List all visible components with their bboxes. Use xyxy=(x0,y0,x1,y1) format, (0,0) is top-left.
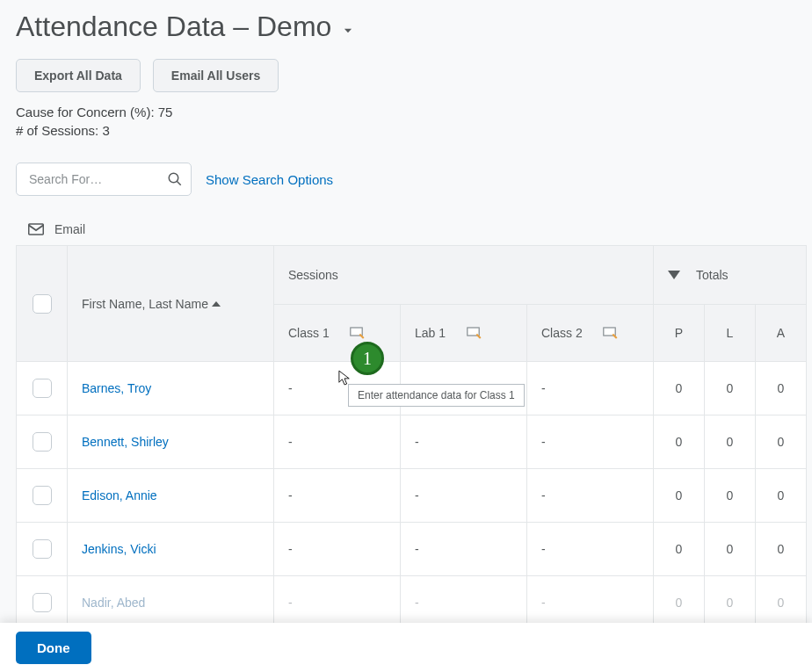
email-label: Email xyxy=(54,222,85,236)
session-cell: - xyxy=(415,488,419,502)
total-cell: 0 xyxy=(676,596,683,610)
attendance-table: First Name, Last Name Sessions Totals Cl… xyxy=(16,245,807,630)
total-cell: 0 xyxy=(676,435,683,449)
search-input[interactable] xyxy=(16,163,192,196)
totals-column-header: A xyxy=(756,305,807,362)
user-name-link[interactable]: Edison, Annie xyxy=(82,488,157,502)
session-column-header[interactable]: Lab 1 xyxy=(401,305,527,362)
total-cell: 0 xyxy=(727,381,734,395)
table-row: Bennett, Shirley---000 xyxy=(17,415,807,469)
session-col-label: Lab 1 xyxy=(415,326,446,340)
session-cell: - xyxy=(415,542,419,556)
total-cell: 0 xyxy=(778,435,785,449)
total-cell: 0 xyxy=(727,596,734,610)
session-col-label: Class 2 xyxy=(541,326,583,340)
total-cell: 0 xyxy=(778,596,785,610)
session-cell: - xyxy=(288,435,293,449)
session-cell: - xyxy=(541,596,546,610)
session-cell: - xyxy=(541,381,546,395)
session-cell: - xyxy=(288,542,293,556)
row-checkbox[interactable] xyxy=(33,379,52,398)
sessions-count-label: # of Sessions: 3 xyxy=(16,123,796,138)
enter-data-icon[interactable] xyxy=(350,327,366,339)
name-header-label: First Name, Last Name xyxy=(82,297,208,311)
select-all-checkbox[interactable] xyxy=(33,294,52,314)
table-row: Jenkins, Vicki---000 xyxy=(17,523,807,576)
row-checkbox[interactable] xyxy=(33,432,52,452)
session-cell: - xyxy=(288,596,293,610)
session-column-header[interactable]: Class 2 xyxy=(527,305,654,362)
total-cell: 0 xyxy=(778,381,785,395)
total-cell: 0 xyxy=(676,381,683,395)
table-row: Nadir, Abed---000 xyxy=(17,576,807,630)
session-col-label: Class 1 xyxy=(288,326,330,340)
total-cell: 0 xyxy=(727,488,734,502)
user-name-link[interactable]: Nadir, Abed xyxy=(82,596,145,610)
row-checkbox[interactable] xyxy=(33,593,52,612)
table-row: Edison, Annie---000 xyxy=(17,469,807,523)
total-cell: 0 xyxy=(778,488,785,502)
row-checkbox[interactable] xyxy=(33,486,52,505)
session-cell: - xyxy=(415,596,419,610)
email-icon xyxy=(28,223,44,235)
user-name-link[interactable]: Barnes, Troy xyxy=(82,381,151,395)
export-all-button[interactable]: Export All Data xyxy=(16,59,141,92)
sessions-group-header: Sessions xyxy=(274,246,654,305)
total-cell: 0 xyxy=(727,542,734,556)
user-name-link[interactable]: Jenkins, Vicki xyxy=(82,542,156,556)
user-name-link[interactable]: Bennett, Shirley xyxy=(82,435,169,449)
email-all-button[interactable]: Email All Users xyxy=(153,59,279,92)
sort-desc-icon xyxy=(668,271,680,279)
show-search-options-link[interactable]: Show Search Options xyxy=(206,172,333,187)
session-cell: - xyxy=(541,435,546,449)
done-button[interactable]: Done xyxy=(16,632,91,664)
cause-for-concern-label: Cause for Concern (%): 75 xyxy=(16,105,796,119)
session-cell: - xyxy=(415,435,419,449)
row-checkbox[interactable] xyxy=(33,539,52,559)
session-cell: - xyxy=(541,542,546,556)
totals-column-header: L xyxy=(705,305,756,362)
totals-column-header: P xyxy=(654,305,705,362)
chevron-down-icon[interactable] xyxy=(342,25,354,37)
session-cell: - xyxy=(288,488,293,502)
total-cell: 0 xyxy=(778,542,785,556)
tooltip: Enter attendance data for Class 1 xyxy=(348,384,525,407)
session-cell: - xyxy=(288,381,293,395)
sort-asc-icon xyxy=(212,300,221,308)
name-column-header[interactable]: First Name, Last Name xyxy=(68,246,274,362)
enter-data-icon[interactable] xyxy=(603,327,619,339)
total-cell: 0 xyxy=(676,542,683,556)
total-cell: 0 xyxy=(727,435,734,449)
callout-badge-1: 1 xyxy=(351,342,384,375)
page-title: Attendance Data – Demo xyxy=(16,11,331,43)
total-cell: 0 xyxy=(676,488,683,502)
email-action[interactable]: Email xyxy=(16,222,796,236)
select-all-header xyxy=(17,246,68,362)
enter-data-icon[interactable] xyxy=(467,327,482,339)
totals-group-header: Totals xyxy=(654,246,807,305)
session-cell: - xyxy=(541,488,546,502)
